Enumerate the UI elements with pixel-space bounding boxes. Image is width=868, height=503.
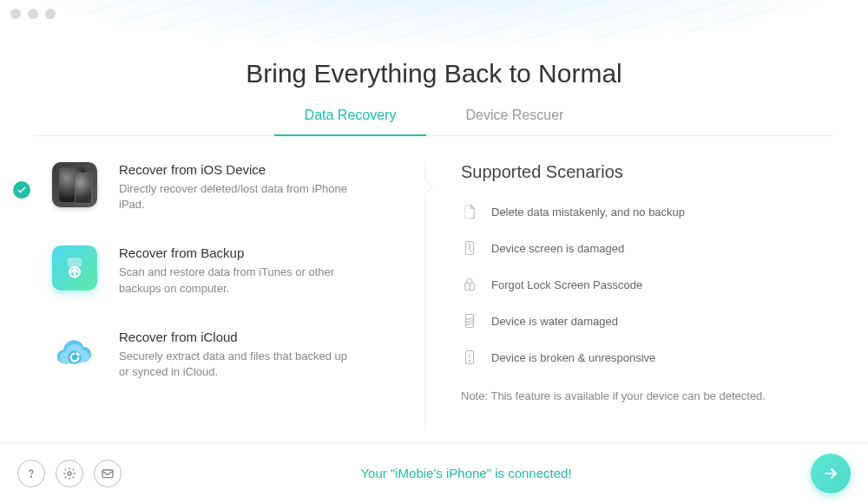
option-text: Recover from iOS Device Directly recover… bbox=[119, 162, 353, 212]
lock-question-icon bbox=[461, 274, 478, 295]
svg-rect-12 bbox=[102, 470, 113, 478]
header-bg-decoration bbox=[0, 0, 868, 48]
scenarios-title: Supported Scenarios bbox=[461, 162, 816, 182]
content-area: Recover from iOS Device Directly recover… bbox=[0, 136, 868, 413]
connection-status: Your "iMobie's iPhone" is connected! bbox=[122, 466, 811, 480]
vertical-divider bbox=[424, 162, 435, 413]
option-desc: Directly recover deleted/lost data from … bbox=[119, 181, 353, 212]
checkmark-icon bbox=[13, 181, 30, 199]
scenario-text: Device is broken & unresponsive bbox=[491, 351, 655, 364]
tabs-bar: Data Recovery Device Rescuer bbox=[35, 108, 833, 136]
window-close-dot[interactable] bbox=[10, 9, 21, 19]
next-button[interactable] bbox=[811, 454, 851, 493]
help-button[interactable] bbox=[17, 460, 45, 487]
option-recover-icloud[interactable]: Recover from iCloud Securely extract dat… bbox=[52, 330, 407, 380]
window-maximize-dot[interactable] bbox=[45, 9, 56, 19]
window-controls bbox=[10, 9, 56, 19]
scenario-item: Device is water damaged bbox=[461, 310, 816, 331]
option-title: Recover from iOS Device bbox=[119, 162, 353, 177]
svg-rect-0 bbox=[69, 259, 81, 266]
option-title: Recover from iCloud bbox=[119, 330, 353, 344]
option-text: Recover from iCloud Securely extract dat… bbox=[119, 330, 353, 380]
scenario-item: Delete data mistakenly, and no backup bbox=[461, 201, 816, 222]
svg-point-5 bbox=[470, 288, 470, 289]
svg-point-11 bbox=[68, 472, 71, 475]
alert-icon bbox=[461, 347, 478, 368]
svg-point-10 bbox=[30, 476, 31, 477]
scenario-text: Forgot Lock Screen Passcode bbox=[491, 278, 642, 291]
window-minimize-dot[interactable] bbox=[28, 9, 38, 19]
cracked-screen-icon bbox=[461, 238, 478, 258]
tab-data-recovery[interactable]: Data Recovery bbox=[305, 108, 397, 135]
footer-buttons bbox=[17, 460, 122, 487]
option-text: Recover from Backup Scan and restore dat… bbox=[119, 245, 353, 296]
footer-bar: Your "iMobie's iPhone" is connected! bbox=[0, 442, 868, 503]
scenarios-note: Note: This feature is available if your … bbox=[461, 389, 816, 402]
recovery-options-column: Recover from iOS Device Directly recover… bbox=[52, 162, 424, 413]
scenario-item: Forgot Lock Screen Passcode bbox=[461, 274, 816, 295]
option-recover-backup[interactable]: Recover from Backup Scan and restore dat… bbox=[52, 245, 407, 296]
water-damage-icon bbox=[461, 310, 478, 331]
mail-button[interactable] bbox=[94, 460, 122, 487]
option-title: Recover from Backup bbox=[119, 245, 353, 260]
settings-button[interactable] bbox=[56, 460, 83, 487]
scenario-item: Device screen is damaged bbox=[461, 238, 816, 258]
svg-point-9 bbox=[469, 361, 470, 362]
option-desc: Scan and restore data from iTunes or oth… bbox=[119, 265, 353, 296]
option-desc: Securely extract data and files that bac… bbox=[119, 349, 353, 380]
scenario-text: Device is water damaged bbox=[491, 315, 618, 328]
svg-point-2 bbox=[68, 350, 82, 364]
scenario-item: Device is broken & unresponsive bbox=[461, 347, 816, 368]
icloud-icon bbox=[52, 330, 97, 375]
page-title: Bring Everything Back to Normal bbox=[0, 59, 868, 88]
option-recover-ios-device[interactable]: Recover from iOS Device Directly recover… bbox=[52, 162, 407, 212]
tab-device-rescuer[interactable]: Device Rescuer bbox=[465, 108, 563, 135]
scenarios-column: Supported Scenarios Delete data mistaken… bbox=[435, 162, 816, 413]
file-delete-icon bbox=[461, 201, 478, 222]
scenario-text: Device screen is damaged bbox=[491, 242, 624, 255]
ios-device-icon bbox=[52, 162, 97, 207]
backup-icon bbox=[52, 245, 97, 291]
scenario-text: Delete data mistakenly, and no backup bbox=[491, 206, 685, 219]
